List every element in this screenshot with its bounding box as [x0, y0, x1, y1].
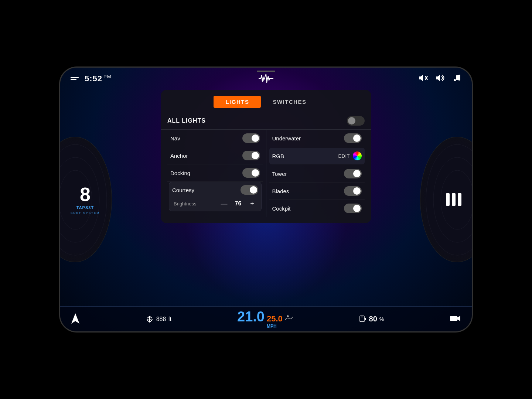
- time-value: 5:52: [85, 74, 102, 83]
- svg-point-13: [287, 316, 289, 317]
- toggle-courtesy[interactable]: [241, 185, 258, 195]
- tab-switches[interactable]: SWITCHES: [261, 96, 318, 108]
- courtesy-header: Courtesy: [169, 182, 261, 196]
- brightness-increase-btn[interactable]: +: [248, 199, 257, 208]
- lights-right-column: Underwater RGB EDIT Tower: [269, 130, 365, 217]
- light-row-cockpit: Cockpit: [269, 200, 365, 217]
- lights-left-column: Nav Anchor Docking Courtesy: [167, 130, 263, 217]
- header-center: [257, 71, 275, 85]
- speed-display: 21.0 25.0 MPH: [237, 310, 293, 329]
- brightness-row: Brightness — 76 +: [169, 196, 261, 211]
- settings-icon[interactable]: [71, 77, 79, 80]
- light-name-docking: Docking: [170, 170, 190, 176]
- light-name-rgb: RGB: [272, 153, 284, 159]
- all-lights-toggle[interactable]: [347, 116, 365, 126]
- header-left: 5:52PM: [71, 74, 112, 83]
- toggle-cockpit[interactable]: [344, 204, 362, 213]
- svg-point-8: [454, 79, 456, 81]
- ampm-value: PM: [103, 74, 112, 79]
- depth-value: 888: [156, 316, 166, 323]
- svg-marker-10: [71, 313, 79, 324]
- fuel-value: 80: [369, 315, 377, 323]
- lights-panel: LIGHTS SWITCHES ALL LIGHTS Nav Anchor: [161, 90, 371, 223]
- volume-button[interactable]: [436, 74, 445, 84]
- all-lights-label: ALL LIGHTS: [167, 117, 206, 124]
- rgb-edit-btn[interactable]: EDIT: [338, 153, 350, 159]
- fuel-unit: %: [379, 316, 384, 322]
- toggle-blades[interactable]: [344, 186, 362, 196]
- svg-rect-17: [450, 316, 457, 321]
- depth-display: 888 ft: [145, 316, 172, 323]
- speed-target-value: 25.0: [267, 314, 283, 324]
- light-row-blades: Blades: [269, 183, 365, 200]
- music-button[interactable]: [453, 74, 461, 84]
- brightness-controls: — 76 +: [220, 199, 257, 208]
- camera-button[interactable]: [450, 314, 461, 324]
- light-row-anchor: Anchor: [167, 147, 263, 164]
- top-handle: [257, 71, 275, 72]
- main-area: LIGHTS SWITCHES ALL LIGHTS Nav Anchor: [60, 90, 472, 306]
- light-name-courtesy: Courtesy: [172, 187, 194, 193]
- lights-content: Nav Anchor Docking Courtesy: [161, 130, 371, 217]
- toggle-nav[interactable]: [242, 133, 260, 143]
- tab-lights[interactable]: LIGHTS: [214, 96, 261, 108]
- light-row-tower: Tower: [269, 165, 365, 183]
- courtesy-box: Courtesy Brightness — 76 +: [169, 182, 262, 211]
- brightness-value: 76: [233, 200, 243, 207]
- toggle-underwater[interactable]: [344, 133, 362, 143]
- light-row-rgb: RGB EDIT: [269, 148, 365, 164]
- header: 5:52PM: [60, 68, 472, 90]
- svg-marker-18: [457, 316, 460, 321]
- rgb-controls: EDIT: [338, 151, 362, 160]
- fuel-icon: [359, 315, 367, 324]
- toggle-docking[interactable]: [242, 168, 260, 178]
- light-name-anchor: Anchor: [170, 153, 188, 159]
- color-wheel-icon[interactable]: [353, 151, 362, 160]
- speed-current-value: 21.0: [237, 310, 265, 324]
- brightness-decrease-btn[interactable]: —: [220, 199, 229, 208]
- light-row-docking: Docking: [167, 164, 263, 182]
- depth-unit: ft: [168, 316, 171, 323]
- light-name-cockpit: Cockpit: [272, 205, 291, 212]
- all-lights-row: ALL LIGHTS: [161, 112, 371, 130]
- device-frame: 8 TAPS3T SURF SYSTEM 5:52PM: [59, 66, 473, 332]
- light-name-tower: Tower: [272, 171, 287, 177]
- light-row-underwater: Underwater: [269, 130, 365, 147]
- light-name-blades: Blades: [272, 188, 289, 194]
- svg-point-9: [458, 78, 460, 81]
- time-display: 5:52PM: [85, 74, 112, 83]
- footer: 888 ft 21.0 25.0 MPH 80 %: [60, 306, 472, 331]
- toggle-tower[interactable]: [344, 169, 362, 178]
- mute-button[interactable]: [419, 74, 428, 84]
- light-row-nav: Nav: [167, 130, 263, 147]
- waveform-icon[interactable]: [259, 74, 273, 85]
- toggle-anchor[interactable]: [242, 151, 260, 160]
- light-name-nav: Nav: [170, 135, 180, 141]
- light-name-underwater: Underwater: [272, 135, 301, 141]
- tabs-container: LIGHTS SWITCHES: [161, 90, 371, 112]
- column-divider: [266, 130, 266, 217]
- header-right: [419, 74, 461, 84]
- nav-arrow-icon[interactable]: [71, 313, 79, 325]
- fuel-display: 80 %: [359, 315, 384, 324]
- speed-unit: MPH: [267, 324, 277, 329]
- brightness-label: Brightness: [174, 201, 196, 207]
- surf-icon: [285, 315, 293, 321]
